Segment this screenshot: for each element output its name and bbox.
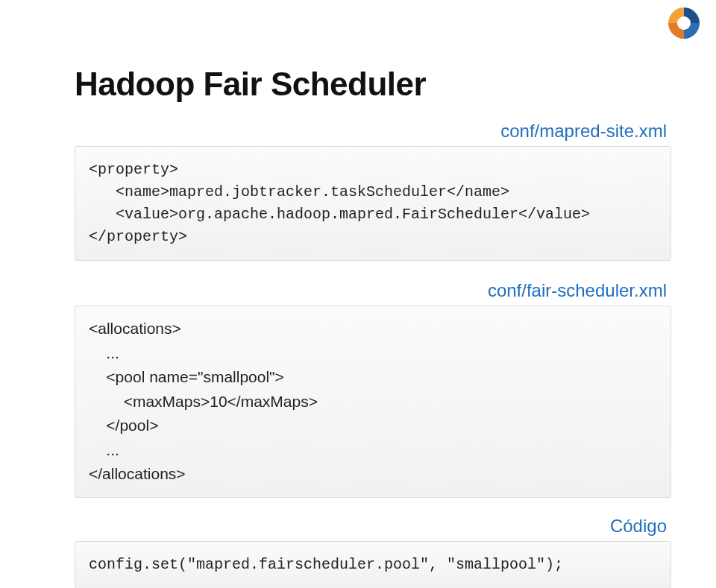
codebox-property: <property> <name>mapred.jobtracker.taskS… (75, 146, 671, 261)
codebox-config: config.set("mapred.fairscheduler.pool", … (75, 541, 671, 588)
label-mapred-site: conf/mapred-site.xml (75, 121, 671, 142)
label-codigo: Código (75, 516, 671, 537)
codebox-allocations: <allocations> ... <pool name="smallpool"… (75, 306, 671, 498)
corner-logo (665, 4, 703, 42)
label-fair-scheduler: conf/fair-scheduler.xml (75, 280, 671, 301)
page-title: Hadoop Fair Scheduler (75, 0, 671, 103)
